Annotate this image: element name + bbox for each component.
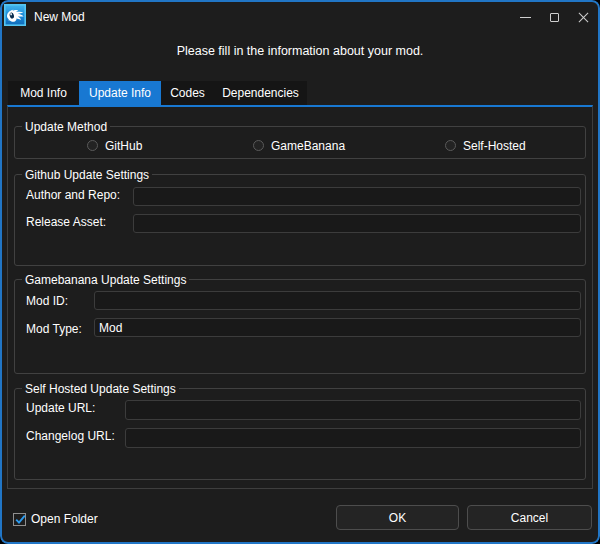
self-hosted-settings-group: Self Hosted Update Settings Update URL: …	[14, 388, 586, 480]
author-repo-label: Author and Repo:	[26, 188, 120, 202]
tab-update-info[interactable]: Update Info	[79, 81, 161, 105]
release-asset-label: Release Asset:	[26, 215, 106, 229]
radio-self-hosted-label: Self-Hosted	[463, 139, 526, 153]
github-settings-group: Github Update Settings Author and Repo: …	[14, 174, 586, 266]
self-hosted-settings-group-title: Self Hosted Update Settings	[22, 381, 179, 397]
instruction-text: Please fill in the information about you…	[0, 44, 600, 58]
tab-dependencies[interactable]: Dependencies	[214, 81, 307, 105]
check-icon	[14, 513, 27, 526]
mod-type-label: Mod Type:	[26, 322, 82, 336]
window-title: New Mod	[34, 0, 85, 34]
mod-type-combo[interactable]	[94, 318, 581, 337]
close-icon	[578, 12, 589, 23]
author-repo-input[interactable]	[133, 187, 581, 206]
changelog-url-label: Changelog URL:	[26, 429, 115, 443]
app-icon	[4, 4, 26, 26]
titlebar[interactable]: New Mod	[0, 0, 600, 34]
cancel-button[interactable]: Cancel	[467, 505, 592, 530]
mod-id-label: Mod ID:	[26, 294, 68, 308]
open-folder-checkbox[interactable]	[13, 513, 26, 526]
window-controls	[511, 0, 598, 34]
update-url-label: Update URL:	[26, 401, 95, 415]
open-folder-label: Open Folder	[31, 512, 98, 527]
update-url-input[interactable]	[125, 400, 581, 420]
gamebanana-settings-group-title: Gamebanana Update Settings	[22, 272, 189, 288]
tab-bar: Mod Info Update Info Codes Dependencies	[8, 81, 307, 105]
tab-codes[interactable]: Codes	[161, 81, 214, 105]
update-method-group-title: Update Method	[22, 119, 110, 135]
ok-button[interactable]: OK	[336, 505, 459, 530]
radio-self-hosted[interactable]: Self-Hosted	[445, 138, 526, 153]
changelog-url-input[interactable]	[125, 428, 581, 448]
minimize-button[interactable]	[511, 0, 540, 34]
radio-gamebanana-label: GameBanana	[271, 139, 345, 153]
close-button[interactable]	[569, 0, 598, 34]
radio-github-label: GitHub	[105, 139, 142, 153]
radio-self-hosted-circle	[445, 140, 456, 151]
github-settings-group-title: Github Update Settings	[22, 167, 152, 183]
mod-id-input[interactable]	[94, 291, 581, 310]
maximize-button[interactable]	[540, 0, 569, 34]
radio-gamebanana-circle	[253, 140, 264, 151]
release-asset-input[interactable]	[133, 214, 581, 233]
minimize-icon	[520, 17, 531, 18]
radio-github[interactable]: GitHub	[87, 138, 142, 153]
update-method-group: Update Method GitHub GameBanana Self-Hos…	[14, 126, 586, 159]
new-mod-dialog: New Mod Please fill in the information a…	[0, 0, 600, 544]
tab-mod-info[interactable]: Mod Info	[8, 81, 79, 105]
radio-gamebanana[interactable]: GameBanana	[253, 138, 345, 153]
maximize-icon	[550, 13, 559, 22]
gamebanana-settings-group: Gamebanana Update Settings Mod ID: Mod T…	[14, 279, 586, 374]
radio-github-circle	[87, 140, 98, 151]
